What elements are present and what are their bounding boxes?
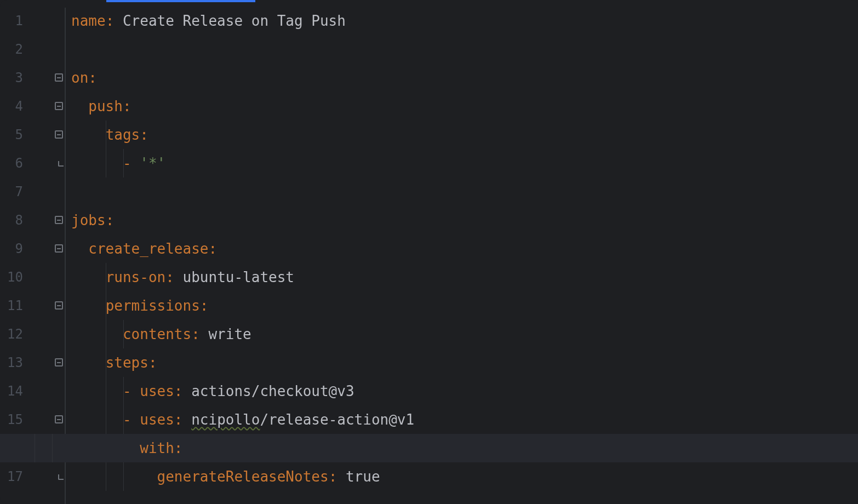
indent-guide xyxy=(35,434,35,462)
code-line[interactable]: on: xyxy=(71,64,858,92)
fold-cell xyxy=(57,121,68,149)
line-number: 9 xyxy=(0,234,30,263)
indent-guide xyxy=(123,149,124,177)
line-number: 7 xyxy=(0,177,30,206)
fold-cell xyxy=(57,234,68,263)
line-number: 12 xyxy=(0,320,30,348)
indent-guide xyxy=(123,377,124,405)
fold-cell xyxy=(57,291,68,320)
fold-column[interactable] xyxy=(57,0,68,504)
code-line[interactable] xyxy=(71,177,858,206)
indent-guide xyxy=(106,291,106,320)
indent-guide xyxy=(106,263,106,291)
fold-collapse-icon[interactable] xyxy=(55,216,63,224)
indent-guide xyxy=(106,348,106,377)
indent-guide xyxy=(106,462,106,491)
gutter: 1234567891011121314151617 xyxy=(0,0,30,504)
code-line[interactable]: push: xyxy=(71,92,858,121)
fold-cell xyxy=(57,206,68,234)
line-number: 17 xyxy=(0,462,30,491)
fold-collapse-icon[interactable] xyxy=(55,102,63,110)
fold-cell xyxy=(57,92,68,121)
indent-guide xyxy=(106,149,106,177)
code-line[interactable] xyxy=(71,35,858,64)
fold-cell xyxy=(57,348,68,377)
fold-cell xyxy=(57,263,68,291)
code-line[interactable]: steps: xyxy=(71,348,858,377)
line-number: 8 xyxy=(0,206,30,234)
fold-collapse-icon[interactable] xyxy=(55,244,63,253)
fold-end-icon xyxy=(58,161,64,167)
indent-guide xyxy=(52,434,53,462)
indent-guide xyxy=(123,462,124,491)
indent-guide xyxy=(106,377,106,405)
code-line[interactable]: permissions: xyxy=(71,291,858,320)
line-number: 13 xyxy=(0,348,30,377)
line-number: 10 xyxy=(0,263,30,291)
fold-collapse-icon[interactable] xyxy=(55,73,63,82)
line-number: 6 xyxy=(0,149,30,177)
fold-cell xyxy=(57,405,68,434)
line-number: 1 xyxy=(0,7,30,35)
fold-collapse-icon[interactable] xyxy=(55,358,63,366)
fold-cell xyxy=(57,177,68,206)
line-number: 11 xyxy=(0,291,30,320)
line-number: 3 xyxy=(0,64,30,92)
code-line[interactable]: - uses: ncipollo/release-action@v1 xyxy=(71,405,858,434)
code-area[interactable]: name: Create Release on Tag Pushon: push… xyxy=(71,0,858,504)
code-line[interactable]: runs-on: ubuntu-latest xyxy=(71,263,858,291)
code-line[interactable]: generateReleaseNotes: true xyxy=(71,462,858,491)
fold-collapse-icon[interactable] xyxy=(55,130,63,139)
code-line[interactable]: - uses: actions/checkout@v3 xyxy=(71,377,858,405)
code-line[interactable]: create_release: xyxy=(71,234,858,263)
fold-cell xyxy=(57,149,68,177)
code-line[interactable]: name: Create Release on Tag Push xyxy=(71,7,858,35)
fold-cell xyxy=(57,462,68,491)
indent-guide xyxy=(106,405,106,434)
line-number: 5 xyxy=(0,121,30,149)
indent-guide xyxy=(106,320,106,348)
code-line[interactable]: jobs: xyxy=(71,206,858,234)
indent-guide xyxy=(106,121,106,149)
fold-cell xyxy=(57,377,68,405)
line-number: 14 xyxy=(0,377,30,405)
fold-collapse-icon[interactable] xyxy=(55,415,63,423)
indent-guide xyxy=(123,320,124,348)
code-line[interactable]: tags: xyxy=(71,121,858,149)
fold-end-icon xyxy=(58,474,64,480)
fold-cell xyxy=(57,320,68,348)
line-number: 2 xyxy=(0,35,30,64)
code-line[interactable]: contents: write xyxy=(71,320,858,348)
fold-cell xyxy=(57,35,68,64)
fold-cell xyxy=(57,64,68,92)
code-line[interactable]: - '*' xyxy=(71,149,858,177)
line-number: 4 xyxy=(0,92,30,121)
line-number: 15 xyxy=(0,405,30,434)
code-editor[interactable]: 1234567891011121314151617 name: Create R… xyxy=(0,0,858,504)
code-line[interactable]: with: xyxy=(0,434,858,462)
fold-collapse-icon[interactable] xyxy=(55,301,63,310)
fold-cell xyxy=(57,7,68,35)
indent-guide xyxy=(123,405,124,434)
